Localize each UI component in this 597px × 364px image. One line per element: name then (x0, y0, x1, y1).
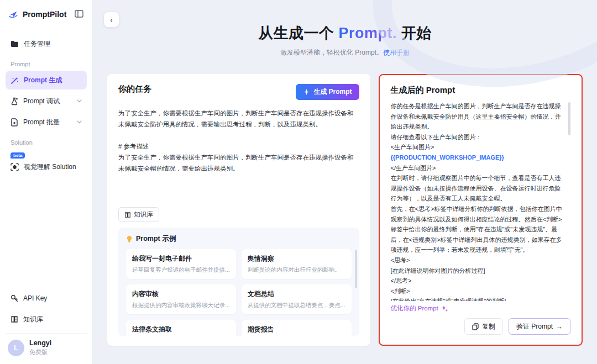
sidebar-item-task-management[interactable]: 任务管理 (6, 34, 87, 53)
knowledge-base-label: 知识库 (134, 210, 153, 219)
example-title: 内容审核 (132, 289, 230, 299)
knowledge-base-button[interactable]: 知识库 (118, 207, 159, 222)
page-title: 从生成一个 Prompt. 开始 (107, 23, 583, 43)
example-card-doc-summary[interactable]: 文档总结 从提供的文档中提取总结要点，要点... (242, 284, 352, 314)
example-title: 舆情洞察 (248, 254, 345, 263)
task-text-paragraph: 为了安全生产，你需要根据生产车间的图片，判断生产车间是否存在违规操作设备和未佩戴… (118, 152, 359, 174)
prompt-scrollbar[interactable] (568, 102, 570, 135)
prompt-examples-panel: Prompt 示例 给我写一封电子邮件 起草回复客户投诉的电子邮件并提供... … (118, 228, 359, 336)
title-highlight: Prompt. (338, 25, 397, 41)
sparkles-icon (441, 305, 448, 312)
book-icon (11, 315, 18, 323)
prompt-line: [在此给出"存在违规"或"未发现违规"的判断] (391, 296, 565, 301)
validate-label: 验证 Prompt (516, 322, 553, 331)
key-icon (11, 294, 18, 302)
sidebar-item-label: 知识库 (23, 315, 43, 324)
task-input[interactable]: 为了安全生产，你需要根据生产车间的图片，判断生产车间是否存在违规操作设备和未佩戴… (118, 108, 359, 174)
flask-icon (11, 97, 18, 105)
app-title: PromptPilot (23, 10, 71, 19)
example-title: 法律条文抽取 (132, 325, 230, 334)
back-button[interactable]: ‹ (104, 12, 119, 27)
hero-header: 从生成一个 Prompt. 开始 激发模型潜能，轻松优化 Prompt。使用手册 (107, 23, 583, 57)
user-plan: 免费版 (29, 348, 51, 356)
user-name: Lengyi (29, 339, 51, 347)
prompt-variable-token: {{PRODUCTION_WORKSHOP_IMAGE}} (391, 152, 565, 163)
sidebar-item-label: 视觉理解 Solution (24, 162, 76, 172)
prompt-line: </思考> (391, 276, 565, 286)
generated-prompt-panel: 生成后的 Prompt 你的任务是根据生产车间的图片，判断生产车间是否存在违规操… (379, 74, 583, 346)
prompt-line: </生产车间图片> (391, 163, 565, 173)
main-content: ‹ 从生成一个 Prompt. 开始 激发模型潜能，轻松优化 Prompt。使用… (93, 0, 597, 364)
sidebar-item-prompt-debug[interactable]: Prompt 调试 (6, 92, 87, 110)
sidebar-bottom: API Key 知识库 L Lengyi 免费版 (6, 289, 87, 357)
optimize-prompt-link[interactable]: 优化你的 Prompt (391, 304, 570, 313)
magic-wand-icon (11, 76, 19, 85)
sidebar-item-label: 任务管理 (24, 39, 50, 49)
sidebar-item-label: Prompt 调试 (23, 97, 60, 106)
example-card-legal[interactable]: 法律条文抽取 (126, 320, 236, 336)
cube-scan-icon (11, 163, 19, 171)
sidebar-section-solution: Solution (6, 134, 87, 149)
task-panel: 你的任务 生成 Prompt 为了安全生产，你需要根据生产车间的图片，判断生产车… (107, 74, 370, 346)
copy-label: 复制 (482, 322, 495, 331)
example-card-futures[interactable]: 期货报告 (242, 320, 352, 336)
title-prefix: 从生成一个 (258, 25, 339, 41)
task-panel-title: 你的任务 (118, 84, 151, 94)
prompt-line: <生产车间图片> (391, 142, 565, 152)
prompt-line: 在判断时，请仔细观察图片中的每一个细节，查看是否有工人违规操作设备（如未按操作流… (391, 173, 565, 204)
copy-button[interactable]: 复制 (464, 318, 503, 335)
example-desc: 判断舆论的内容对出行行业的影响。 (248, 266, 345, 274)
folder-icon (11, 40, 19, 48)
promptpilot-logo-icon (8, 9, 19, 20)
example-card-moderation[interactable]: 内容审核 根据提供的内容审核政策将聊天记录... (126, 284, 236, 314)
batch-doc-icon (11, 118, 18, 126)
sidebar-item-api-key[interactable]: API Key (6, 289, 87, 308)
chevron-down-icon (77, 99, 82, 103)
prompt-line: 首先，在<思考>标签中详细分析你的判断依据，包括你在图片中观察到的具体情况以及如… (391, 204, 565, 255)
sidebar-item-vision-solution[interactable]: 视觉理解 Solution (6, 157, 87, 176)
example-card-sentiment[interactable]: 舆情洞察 判断舆论的内容对出行行业的影响。 (242, 249, 352, 279)
prompt-line: 请仔细查看以下生产车间的图片： (391, 132, 565, 143)
chevron-down-icon (77, 120, 82, 124)
sidebar-item-prompt-batch[interactable]: Prompt 批量 (6, 113, 87, 131)
output-panel-title: 生成后的 Prompt (391, 85, 570, 96)
sidebar-item-knowledge-base[interactable]: 知识库 (6, 310, 87, 329)
example-title: 文档总结 (248, 289, 345, 299)
example-desc: 根据提供的内容审核政策将聊天记录... (132, 302, 230, 309)
example-desc: 从提供的文档中提取总结要点，要点... (248, 302, 345, 309)
paragraph-gap (118, 130, 359, 141)
sidebar-item-label: Prompt 批量 (23, 118, 60, 127)
example-card-email[interactable]: 给我写一封电子邮件 起草回复客户投诉的电子邮件并提供... (126, 249, 236, 279)
lightbulb-icon (126, 235, 133, 243)
chevron-left-icon: ‹ (110, 15, 113, 24)
collapse-sidebar-icon[interactable] (75, 10, 85, 19)
optimize-prompt-label: 优化你的 Prompt (391, 304, 438, 313)
task-text-heading: # 参考描述 (118, 141, 359, 152)
task-text-paragraph: 为了安全生产，你需要根据生产车间的图片，判断生产车间是否存在违规操作设备和未佩戴… (118, 108, 359, 130)
example-title: 期货报告 (248, 325, 345, 334)
example-title: 给我写一封电子邮件 (132, 254, 230, 263)
manual-link[interactable]: 使用手册 (383, 49, 410, 56)
sidebar-item-prompt-generate[interactable]: Prompt 生成 (6, 71, 87, 89)
title-suffix: 开始 (397, 25, 432, 41)
generated-prompt-text[interactable]: 你的任务是根据生产车间的图片，判断生产车间是否存在违规操作设备和未佩戴安全防护用… (391, 101, 570, 301)
examples-scrollbar[interactable] (355, 250, 357, 288)
sidebar-item-label: API Key (23, 294, 47, 302)
prompt-line: <判断> (391, 286, 565, 297)
logo: PromptPilot (6, 9, 87, 20)
prompt-line: [在此详细说明你对图片的分析过程] (391, 266, 565, 276)
prompt-line: <思考> (391, 255, 565, 266)
sparkle-icon (303, 88, 310, 96)
user-profile[interactable]: L Lengyi 免费版 (6, 333, 87, 357)
sidebar: PromptPilot 任务管理 Prompt Prompt 生成 Prompt… (0, 0, 93, 364)
copy-icon (472, 323, 479, 330)
page-subtitle: 激发模型潜能，轻松优化 Prompt。使用手册 (107, 48, 583, 57)
avatar: L (8, 340, 24, 356)
prompt-line: 你的任务是根据生产车间的图片，判断生产车间是否存在违规操作设备和未佩戴安全防护用… (391, 101, 565, 132)
generate-prompt-button[interactable]: 生成 Prompt (296, 84, 359, 100)
examples-title: Prompt 示例 (136, 234, 176, 244)
validate-prompt-button[interactable]: 验证 Prompt → (509, 318, 570, 335)
sidebar-item-label: Prompt 生成 (24, 76, 62, 85)
sidebar-section-prompt: Prompt (6, 55, 87, 71)
subtitle-text: 激发模型潜能，轻松优化 Prompt。 (280, 49, 383, 56)
